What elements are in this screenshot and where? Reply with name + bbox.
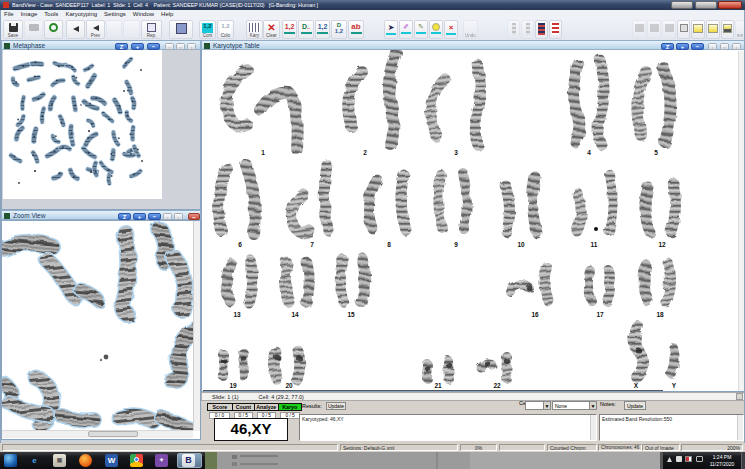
svg-text:20: 20 <box>285 382 293 389</box>
svg-text:1: 1 <box>261 149 265 156</box>
svg-text:3: 3 <box>454 149 458 156</box>
svg-text:5: 5 <box>654 149 658 156</box>
svg-text:15: 15 <box>347 311 355 318</box>
svg-text:21: 21 <box>434 382 442 389</box>
svg-text:11: 11 <box>591 241 598 248</box>
svg-text:14: 14 <box>291 311 299 318</box>
svg-text:16: 16 <box>531 311 539 318</box>
svg-text:4: 4 <box>587 149 591 156</box>
svg-text:7: 7 <box>310 241 314 248</box>
svg-text:13: 13 <box>233 311 241 318</box>
svg-text:22: 22 <box>493 382 501 389</box>
svg-text:18: 18 <box>656 311 664 318</box>
svg-text:17: 17 <box>596 311 604 318</box>
svg-text:8: 8 <box>387 241 391 248</box>
svg-text:6: 6 <box>238 241 242 248</box>
svg-text:9: 9 <box>454 241 458 248</box>
svg-text:10: 10 <box>517 241 525 248</box>
svg-text:19: 19 <box>229 382 237 389</box>
svg-text:X: X <box>634 382 639 389</box>
svg-text:2: 2 <box>363 149 367 156</box>
svg-text:12: 12 <box>658 241 666 248</box>
svg-text:Y: Y <box>672 382 677 389</box>
